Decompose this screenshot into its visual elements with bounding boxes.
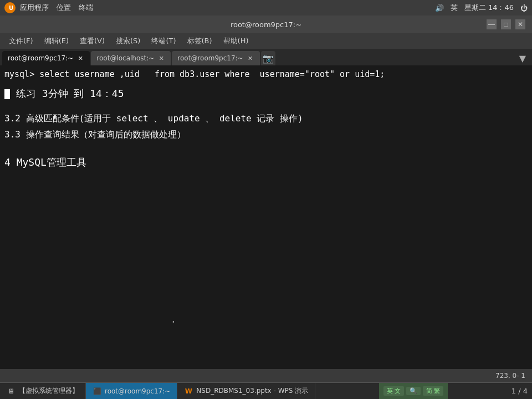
volume-icon[interactable]: 🔊	[435, 4, 444, 12]
taskbar-vm-manager[interactable]: 🖥 【虚拟系统管理器】	[0, 383, 86, 400]
monitor-icon: 🖥	[7, 387, 16, 396]
close-button[interactable]: ✕	[515, 19, 525, 29]
taskbar-terminal[interactable]: ⬛ root@room9pc17:~	[86, 383, 177, 400]
menu-bar: 文件(F) 编辑(E) 查看(V) 搜索(S) 终端(T) 标签(B) 帮助(H…	[0, 33, 532, 49]
content-lines: 3.2 高级匹配条件(适用于 select 、 update 、 delete …	[4, 111, 528, 172]
datetime: 星期二 14：46	[464, 3, 514, 13]
tab-2-close[interactable]: ✕	[247, 54, 254, 62]
practice-text: 练习 3分钟 到 14：45	[16, 88, 124, 99]
menu-file[interactable]: 文件(F)	[4, 34, 38, 48]
page-indicator: 1 / 4	[511, 387, 532, 395]
tab-0-close[interactable]: ✕	[76, 54, 84, 62]
wps-icon: W	[184, 387, 193, 396]
tab-bar: root@room9pc17:~ ✕ root@localhost:~ ✕ ro…	[0, 49, 532, 65]
terminal-content[interactable]: mysql> select username ,uid from db3.use…	[0, 65, 532, 369]
menu-tags[interactable]: 标签(B)	[183, 34, 217, 48]
tab-2-label: root@room9pc17:~	[177, 54, 243, 62]
power-icon[interactable]: ⏻	[520, 4, 528, 12]
tab-1[interactable]: root@localhost:~ ✕	[91, 51, 171, 65]
ime-lang-button[interactable]: 英 文	[383, 386, 404, 396]
dot-indicator: .	[171, 314, 176, 325]
menu-search[interactable]: 搜索(S)	[111, 34, 145, 48]
app-icon-label: U	[9, 5, 13, 11]
content-line-1: 3.2 高级匹配条件(适用于 select 、 update 、 delete …	[4, 111, 528, 127]
menu-help[interactable]: 帮助(H)	[219, 34, 253, 48]
window-controls: — □ ✕	[487, 19, 525, 29]
minimize-button[interactable]: —	[487, 19, 497, 29]
cursor-position: 723, 0- 1	[495, 372, 525, 380]
tab-0-label: root@room9pc17:~	[8, 54, 73, 62]
chevron-down-icon: ▼	[519, 53, 526, 64]
tab-add-button[interactable]: 📷	[261, 51, 275, 65]
terminal-menu[interactable]: 终端	[79, 3, 93, 13]
tab-dropdown-button[interactable]: ▼	[515, 51, 530, 65]
cursor-block	[4, 89, 10, 99]
app-menu[interactable]: 应用程序	[20, 3, 49, 13]
tab-0[interactable]: root@room9pc17:~ ✕	[2, 51, 90, 65]
ime-search-button[interactable]: 🔍	[406, 387, 421, 395]
status-bar: 723, 0- 1	[0, 369, 532, 382]
prompt-line: mysql> select username ,uid from db3.use…	[4, 69, 528, 80]
tab-2[interactable]: root@room9pc17:~ ✕	[172, 51, 259, 65]
maximize-button[interactable]: □	[501, 19, 511, 29]
system-bar: U 应用程序 位置 终端 🔊 英 星期二 14：46 ⏻	[0, 0, 532, 16]
system-bar-left: U 应用程序 位置 终端	[4, 2, 93, 13]
tab-1-close[interactable]: ✕	[157, 54, 165, 62]
terminal-window: root@room9pc17:~ — □ ✕ 文件(F) 编辑(E) 查看(V)…	[0, 16, 532, 382]
menu-terminal[interactable]: 终端(T)	[147, 34, 180, 48]
window-title: root@room9pc17:~	[231, 21, 301, 29]
app-icon: U	[4, 2, 16, 13]
terminal-icon: ⬛	[93, 387, 101, 396]
menu-view[interactable]: 查看(V)	[75, 34, 109, 48]
system-bar-right: 🔊 英 星期二 14：46 ⏻	[435, 3, 528, 13]
ime-bar: 英 文 🔍 简 繁	[379, 383, 448, 400]
taskbar-terminal-label: root@room9pc17:~	[105, 387, 170, 395]
title-bar: root@room9pc17:~ — □ ✕	[0, 16, 532, 33]
menu-edit[interactable]: 编辑(E)	[40, 34, 73, 48]
content-line-2: 3.3 操作查询结果（对查询后的数据做处理）	[4, 127, 528, 143]
taskbar: 🖥 【虚拟系统管理器】 ⬛ root@room9pc17:~ W NSD_RDB…	[0, 382, 532, 399]
taskbar-wps-label: NSD_RDBMS1_03.pptx - WPS 演示	[196, 386, 308, 396]
taskbar-wps[interactable]: W NSD_RDBMS1_03.pptx - WPS 演示	[177, 383, 315, 400]
location-menu[interactable]: 位置	[57, 3, 71, 13]
practice-line: 练习 3分钟 到 14：45	[4, 86, 528, 102]
taskbar-vm-label: 【虚拟系统管理器】	[19, 386, 79, 396]
tab-1-label: root@localhost:~	[96, 54, 154, 62]
camera-icon: 📷	[263, 53, 274, 64]
section-4-title: 4 MySQL管理工具	[4, 154, 528, 171]
ime-settings-button[interactable]: 简 繁	[423, 386, 443, 396]
lang-indicator: 英	[451, 3, 458, 13]
